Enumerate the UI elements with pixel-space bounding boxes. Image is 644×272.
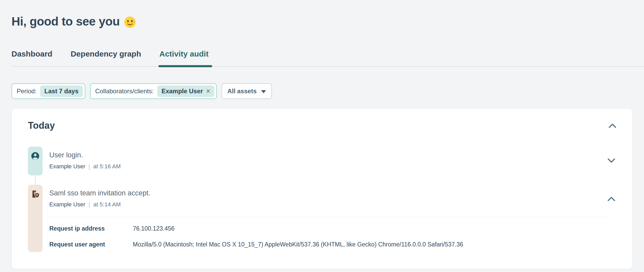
- meta-separator: |: [88, 201, 90, 208]
- event-details: Request ip address 76.100.123.456 Reques…: [49, 225, 617, 248]
- detail-value: 76.100.123.456: [133, 225, 175, 232]
- activity-group-header: Today: [28, 120, 617, 131]
- chevron-up-icon: [607, 196, 616, 201]
- collaborators-filter-chip[interactable]: Collaborators/clients: Example User ×: [90, 83, 217, 99]
- tab-dependency-graph[interactable]: Dependency graph: [71, 50, 141, 66]
- event-details-divider: [49, 217, 609, 217]
- meta-separator: |: [88, 163, 90, 170]
- activity-item-saml-sso: Saml sso team invitation accept. Example…: [28, 185, 617, 257]
- event-title: User login.: [49, 151, 121, 159]
- detail-label: Request user agent: [49, 241, 133, 248]
- remove-collaborator-icon[interactable]: ×: [206, 88, 210, 95]
- collapse-group-button[interactable]: [608, 122, 617, 129]
- collapse-event-button[interactable]: [607, 196, 616, 202]
- assets-filter-label: All assets: [227, 88, 257, 95]
- event-texts: User login. Example User | at 5:16 AM: [49, 151, 121, 170]
- expand-event-button[interactable]: [607, 158, 616, 164]
- activity-timeline: User login. Example User | at 5:16 AM: [28, 147, 617, 257]
- detail-row: Request user agent Mozilla/5.0 (Macintos…: [49, 241, 617, 248]
- tab-dashboard[interactable]: Dashboard: [11, 50, 52, 66]
- activity-item-user-login: User login. Example User | at 5:16 AM: [28, 147, 617, 175]
- timeline-rail: [28, 147, 43, 175]
- event-texts: Saml sso team invitation accept. Example…: [49, 189, 150, 208]
- filter-bar: Period: Last 7 days Collaborators/client…: [11, 83, 633, 99]
- activity-audit-page: Hi, good to see you Dashboard Dependency…: [0, 0, 644, 269]
- event-time: at 5:14 AM: [93, 201, 121, 208]
- event-content: Saml sso team invitation accept. Example…: [49, 185, 617, 257]
- activity-group-card: Today: [11, 108, 633, 269]
- event-content: User login. Example User | at 5:16 AM: [49, 147, 617, 175]
- page-title: Hi, good to see you: [11, 15, 633, 28]
- connector-line: [35, 175, 35, 185]
- activity-group-title: Today: [28, 120, 55, 131]
- collaborators-filter-label: Collaborators/clients:: [93, 88, 154, 95]
- slightly-smiling-face-emoji: [124, 16, 136, 28]
- period-filter-value[interactable]: Last 7 days: [40, 85, 83, 97]
- tab-activity-audit[interactable]: Activity audit: [159, 50, 208, 66]
- event-user: Example User: [49, 163, 85, 170]
- event-user: Example User: [49, 201, 85, 208]
- greeting-text: Hi, good to see you: [11, 15, 120, 28]
- event-time: at 5:16 AM: [93, 163, 121, 170]
- collaborators-filter-value[interactable]: Example User ×: [157, 85, 214, 97]
- event-icon-tile: [28, 147, 43, 175]
- user-circle-icon: [31, 151, 40, 161]
- event-head: Saml sso team invitation accept. Example…: [49, 189, 617, 208]
- detail-label: Request ip address: [49, 225, 133, 232]
- event-head: User login. Example User | at 5:16 AM: [49, 151, 617, 170]
- tab-bar: Dashboard Dependency graph Activity audi…: [11, 50, 644, 67]
- event-title: Saml sso team invitation accept.: [49, 189, 150, 197]
- detail-value: Mozilla/5.0 (Macintosh; Intel Mac OS X 1…: [133, 241, 463, 248]
- period-filter-chip[interactable]: Period: Last 7 days: [11, 83, 85, 99]
- chevron-down-icon: [607, 158, 616, 163]
- caret-down-icon: [261, 90, 266, 93]
- event-icon-tile: [28, 185, 43, 252]
- collaborators-filter-value-text: Example User: [162, 88, 203, 95]
- event-meta: Example User | at 5:16 AM: [49, 163, 121, 170]
- detail-row: Request ip address 76.100.123.456: [49, 225, 617, 232]
- timeline-connector: [28, 175, 43, 185]
- period-filter-label: Period:: [14, 88, 37, 95]
- organization-shield-icon: [31, 189, 40, 199]
- timeline-rail: [28, 185, 43, 257]
- assets-filter-dropdown[interactable]: All assets: [222, 83, 272, 99]
- chevron-up-icon: [608, 123, 617, 128]
- event-meta: Example User | at 5:14 AM: [49, 201, 150, 208]
